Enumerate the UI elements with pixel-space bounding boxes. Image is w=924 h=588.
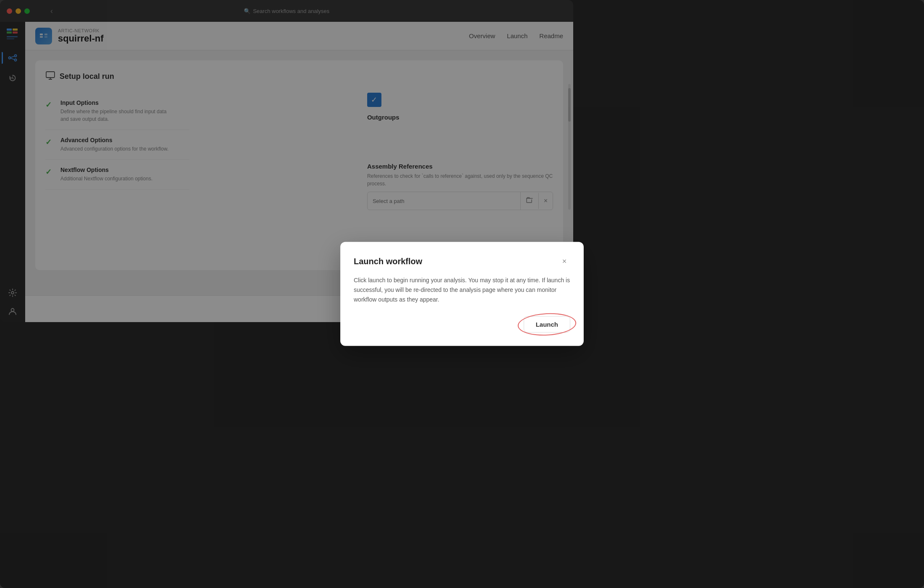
modal-body: Click launch to begin running your analy…: [354, 276, 570, 304]
launch-workflow-modal: Launch workflow × Click launch to begin …: [340, 242, 573, 322]
launch-button[interactable]: Launch: [524, 316, 570, 322]
modal-header: Launch workflow ×: [354, 255, 570, 267]
modal-title: Launch workflow: [354, 256, 422, 266]
modal-close-button[interactable]: ×: [559, 255, 570, 267]
modal-footer: Launch: [354, 316, 570, 322]
